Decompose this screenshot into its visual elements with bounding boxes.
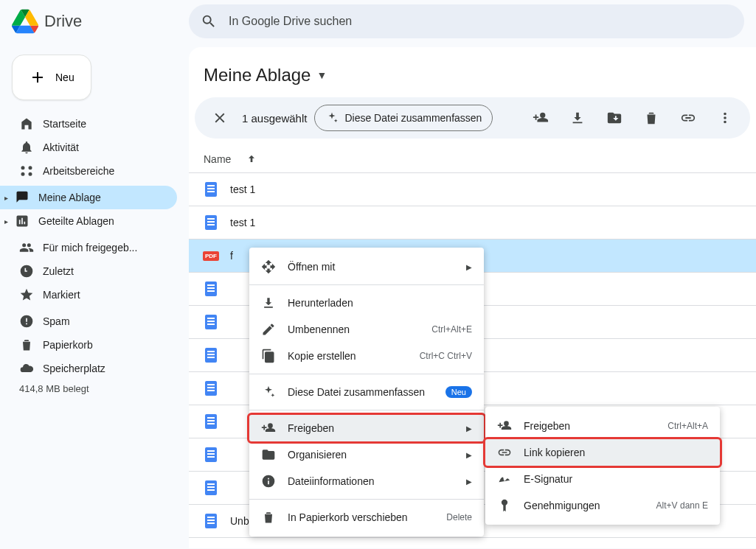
shared-with-me-icon: [19, 240, 34, 255]
share-submenu: Freigeben Ctrl+Alt+A Link kopieren E-Sig…: [485, 407, 720, 525]
clear-selection-button[interactable]: [205, 103, 235, 133]
sub-share[interactable]: Freigeben Ctrl+Alt+A: [485, 413, 720, 439]
sparkle-icon: [261, 385, 276, 399]
more-vert-icon: [717, 110, 733, 126]
search-bar[interactable]: [189, 4, 744, 38]
spam-icon: [19, 314, 34, 329]
cloud-icon: [19, 361, 34, 376]
chevron-right-icon: ▶: [466, 424, 472, 433]
search-icon: [201, 13, 217, 29]
star-icon: [19, 287, 34, 302]
link-icon: [680, 110, 696, 126]
trash-icon: [19, 338, 34, 352]
drive-logo[interactable]: Drive: [12, 8, 189, 35]
docs-icon: [204, 215, 218, 230]
chevron-right-icon: ▶: [466, 451, 472, 459]
person-add-icon: [497, 419, 512, 433]
docs-icon: [204, 447, 218, 462]
docs-icon: [204, 480, 218, 495]
ctx-download[interactable]: Herunterladen: [249, 290, 484, 316]
ctx-summarize[interactable]: Diese Datei zusammenfassen Neu: [249, 379, 484, 405]
sidebar-item-arbeitsbereiche[interactable]: Arbeitsbereiche: [0, 159, 177, 183]
context-menu: Öffnen mit ▶ Herunterladen Umbenennen Ct…: [249, 248, 484, 536]
share-button[interactable]: [526, 103, 555, 133]
expand-icon[interactable]: ▸: [4, 194, 8, 202]
docs-icon: [204, 348, 218, 363]
copy-icon: [261, 349, 276, 363]
docs-icon: [204, 381, 218, 396]
download-button[interactable]: [563, 103, 592, 133]
signature-icon: [497, 472, 512, 486]
docs-icon: [204, 182, 218, 197]
ctx-share[interactable]: Freigeben ▶: [247, 413, 486, 444]
sidebar-item-zuletzt[interactable]: Zuletzt: [0, 259, 177, 283]
storage-usage: 414,8 MB belegt: [0, 380, 189, 394]
search-input[interactable]: [229, 15, 732, 28]
sidebar-item-markiert[interactable]: Markiert: [0, 283, 177, 307]
file-name: f: [230, 250, 233, 262]
sidebar-item-spam[interactable]: Spam: [0, 310, 177, 333]
chevron-right-icon: ▶: [466, 478, 472, 486]
plus-icon: [29, 69, 46, 86]
sidebar-item-freigegeben[interactable]: Für mich freigegeb...: [0, 236, 177, 259]
docs-icon: [204, 414, 218, 429]
bell-icon: [19, 140, 34, 155]
app-name: Drive: [44, 12, 82, 31]
recent-icon: [19, 264, 34, 279]
docs-icon: [204, 514, 218, 528]
summarize-button[interactable]: Diese Datei zusammenfassen: [314, 105, 493, 131]
person-add-icon: [533, 110, 549, 126]
breadcrumb-dropdown-icon[interactable]: ▼: [316, 69, 327, 81]
download-icon: [569, 110, 586, 126]
edit-icon: [261, 322, 276, 337]
info-icon: [261, 474, 276, 489]
page-title: Meine Ablage: [204, 65, 311, 85]
move-button[interactable]: [600, 103, 629, 133]
selection-action-bar: 1 ausgewählt Diese Datei zusammenfassen: [195, 97, 750, 139]
workspaces-icon: [19, 164, 34, 178]
file-row[interactable]: test 1: [189, 173, 756, 206]
selection-count: 1 ausgewählt: [242, 112, 307, 125]
sub-copy-link[interactable]: Link kopieren: [483, 437, 722, 468]
shared-drives-icon: [15, 214, 30, 228]
breadcrumb[interactable]: Meine Ablage ▼: [189, 59, 756, 97]
folder-move-icon: [606, 110, 623, 126]
sidebar-item-meine-ablage[interactable]: ▸Meine Ablage: [0, 186, 177, 209]
drive-logo-icon: [12, 8, 38, 35]
sidebar-item-startseite[interactable]: Startseite: [0, 112, 177, 136]
delete-button[interactable]: [637, 103, 666, 133]
ctx-info[interactable]: Dateiinformationen ▶: [249, 468, 484, 494]
chevron-right-icon: ▶: [466, 263, 472, 271]
sub-esignature[interactable]: E-Signatur: [485, 466, 720, 492]
open-with-icon: [261, 259, 276, 274]
trash-icon: [261, 510, 276, 525]
docs-icon: [204, 282, 218, 296]
new-button[interactable]: Neu: [12, 55, 91, 100]
sidebar-item-aktivitaet[interactable]: Aktivität: [0, 136, 177, 159]
link-icon: [497, 445, 512, 460]
more-options-button[interactable]: [710, 103, 740, 133]
folder-icon: [261, 447, 276, 462]
download-icon: [261, 296, 276, 310]
get-link-button[interactable]: [673, 103, 703, 133]
sub-approvals[interactable]: Genehmigungen Alt+V dann E: [485, 492, 720, 519]
ctx-open-with[interactable]: Öffnen mit ▶: [249, 253, 484, 280]
sidebar-item-papierkorb[interactable]: Papierkorb: [0, 333, 177, 357]
home-icon: [19, 116, 34, 131]
sidebar-item-geteilte-ablagen[interactable]: ▸Geteilte Ablagen: [0, 209, 177, 233]
sidebar-item-speicherplatz[interactable]: Speicherplatz: [0, 357, 177, 380]
column-header[interactable]: Name: [189, 146, 756, 173]
expand-icon[interactable]: ▸: [4, 217, 8, 225]
ctx-organize[interactable]: Organisieren ▶: [249, 441, 484, 468]
sidebar: Neu Startseite Aktivität Arbeitsbereiche…: [0, 43, 189, 548]
ctx-copy[interactable]: Kopie erstellen Ctrl+C Ctrl+V: [249, 343, 484, 369]
pdf-icon: PDF: [204, 248, 218, 263]
sort-arrow-icon[interactable]: [246, 153, 257, 165]
file-row[interactable]: test 1: [189, 206, 756, 239]
ctx-trash[interactable]: In Papierkorb verschieben Delete: [249, 504, 484, 531]
ctx-rename[interactable]: Umbenennen Ctrl+Alt+E: [249, 316, 484, 343]
approvals-icon: [497, 498, 512, 513]
column-name: Name: [204, 153, 231, 165]
my-drive-icon: [15, 190, 30, 205]
file-name: test 1: [230, 217, 255, 228]
